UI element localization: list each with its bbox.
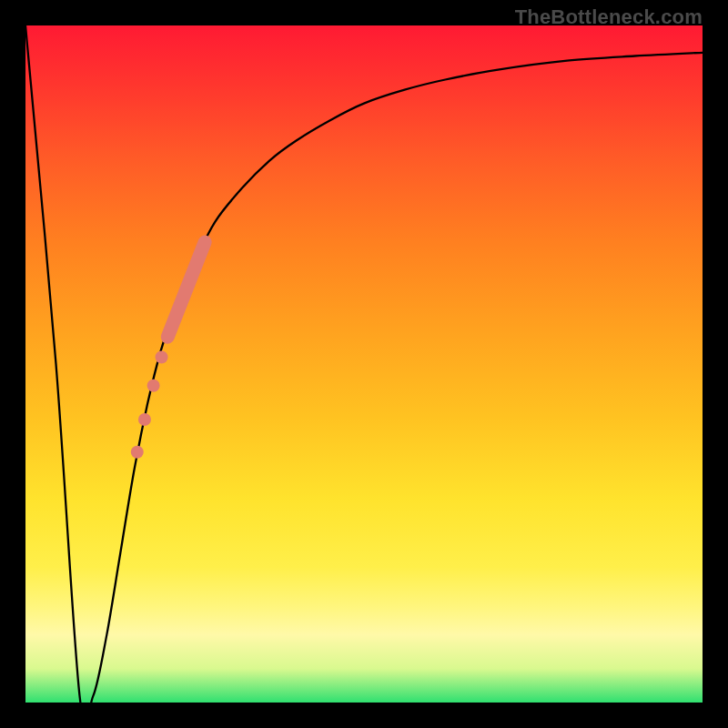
dot-3 (138, 413, 151, 426)
segment-thick (167, 242, 205, 337)
dot-1 (156, 351, 168, 364)
frame: TheBottleneck.com (0, 0, 728, 728)
chart-overlay (25, 25, 703, 703)
bottleneck-curve (25, 25, 703, 723)
dot-4 (131, 446, 144, 459)
dot-2 (147, 379, 160, 392)
